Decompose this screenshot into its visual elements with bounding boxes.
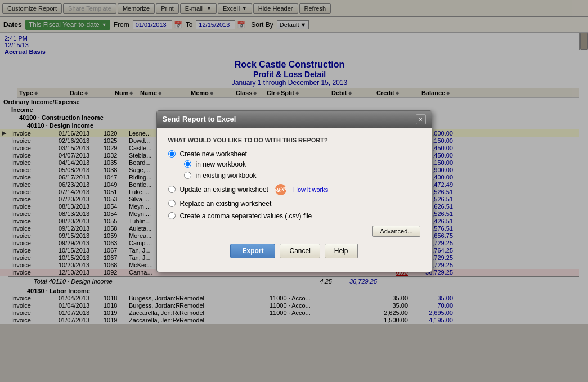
new-workbook-option[interactable]: in new workbook [184, 160, 420, 168]
update-worksheet-option[interactable]: Update an existing worksheet NEW How it … [168, 184, 420, 195]
new-worksheet-option[interactable]: Create new worksheet [168, 150, 420, 158]
modal-overlay: Send Report to Excel × WHAT WOULD YOU LI… [0, 0, 588, 324]
advanced-button[interactable]: Advanced... [372, 226, 420, 237]
modal-buttons: Export Cancel Help [168, 244, 420, 263]
new-worksheet-radio[interactable] [168, 150, 176, 158]
update-worksheet-radio[interactable] [168, 186, 176, 193]
new-worksheet-label: Create new worksheet [180, 150, 247, 158]
update-worksheet-label: Update an existing worksheet [180, 186, 268, 194]
cancel-button[interactable]: Cancel [280, 244, 320, 258]
csv-option[interactable]: Create a comma separated values (.csv) f… [168, 212, 420, 220]
replace-worksheet-label: Replace an existing worksheet [180, 200, 272, 208]
sub-options-group: in new workbook in existing workbook [184, 160, 420, 179]
modal-close-button[interactable]: × [416, 114, 426, 124]
send-report-modal: Send Report to Excel × WHAT WOULD YOU LI… [156, 110, 432, 272]
new-workbook-label: in new workbook [196, 160, 246, 168]
new-badge: NEW [274, 182, 288, 196]
how-it-works-link[interactable]: How it works [293, 186, 328, 193]
option-new-worksheet: Create new worksheet in new workbook in … [168, 150, 420, 179]
existing-workbook-label: in existing workbook [196, 172, 257, 179]
options-group: Create new worksheet in new workbook in … [168, 150, 420, 220]
csv-label: Create a comma separated values (.csv) f… [180, 212, 312, 220]
modal-titlebar: Send Report to Excel × [157, 111, 432, 128]
help-button[interactable]: Help [325, 244, 358, 258]
replace-worksheet-option[interactable]: Replace an existing worksheet [168, 200, 420, 208]
csv-radio[interactable] [168, 212, 176, 219]
modal-title: Send Report to Excel [163, 115, 236, 123]
existing-workbook-radio[interactable] [184, 172, 191, 179]
modal-footer-right: Advanced... [168, 226, 420, 237]
new-workbook-radio[interactable] [184, 160, 191, 168]
modal-question: WHAT WOULD YOU LIKE TO DO WITH THIS REPO… [168, 137, 420, 143]
export-button[interactable]: Export [230, 244, 275, 258]
replace-worksheet-radio[interactable] [168, 200, 176, 207]
modal-body: WHAT WOULD YOU LIKE TO DO WITH THIS REPO… [157, 128, 432, 272]
existing-workbook-option[interactable]: in existing workbook [184, 172, 420, 179]
